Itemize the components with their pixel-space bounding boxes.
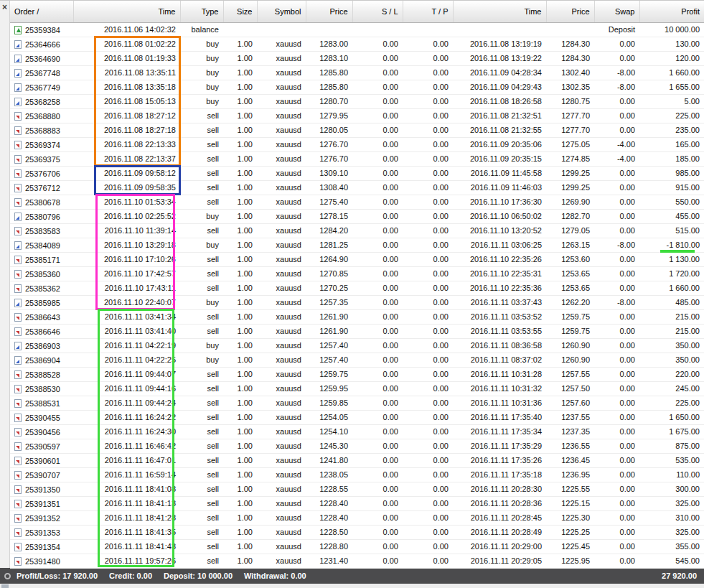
- cell-price: 1264.90: [306, 252, 352, 266]
- trade-row[interactable]: 253851712016.11.10 17:10:26sell1.00xauus…: [10, 252, 704, 266]
- column-header-time[interactable]: Time: [73, 1, 180, 22]
- column-header-price[interactable]: Price: [306, 1, 352, 22]
- cell-swap: 0.00: [594, 281, 639, 295]
- panel-main: × Order /TimeTypeSizeSymbolPriceS / LT /…: [0, 1, 704, 568]
- column-header-tp[interactable]: T / P: [403, 1, 453, 22]
- cell-time: 2016.11.11 04:22:19: [73, 338, 180, 353]
- trade-row[interactable]: 253869032016.11.11 04:22:19buy1.00xauusd…: [10, 338, 704, 353]
- trade-row[interactable]: 253767122016.11.09 09:58:35sell1.00xauus…: [10, 180, 704, 195]
- trade-row[interactable]: 253688802016.11.08 18:27:12sell1.00xauus…: [10, 108, 704, 123]
- trade-row[interactable]: 253853622016.11.10 17:43:11sell1.00xauus…: [10, 281, 704, 295]
- column-header-time2[interactable]: Time: [453, 1, 546, 22]
- cell-time2: 2016.11.11 03:06:25: [453, 238, 546, 252]
- cell-sl: 0.00: [352, 353, 403, 367]
- cell-time2: 2016.11.11 10:31:36: [453, 396, 546, 410]
- cell-price: [306, 22, 352, 37]
- cell-symbol: xauusd: [257, 424, 306, 439]
- trade-row[interactable]: 253905972016.11.11 16:46:42sell1.00xauus…: [10, 439, 704, 453]
- cell-sl: 0.00: [352, 367, 403, 381]
- trade-row[interactable]: 253913532016.11.11 18:41:35sell1.00xauus…: [10, 525, 704, 539]
- trade-row[interactable]: 253885312016.11.11 09:44:24sell1.00xauus…: [10, 396, 704, 410]
- cell-type: sell: [180, 137, 223, 151]
- close-panel-button[interactable]: ×: [2, 2, 7, 12]
- cell-order: 25388530: [10, 381, 73, 396]
- trade-row[interactable]: 253913502016.11.11 18:41:08sell1.00xauus…: [10, 482, 704, 496]
- trade-row[interactable]: 253904562016.11.11 16:24:30sell1.00xauus…: [10, 424, 704, 439]
- trade-row[interactable]: 253688832016.11.08 18:27:18sell1.00xauus…: [10, 123, 704, 137]
- trade-row[interactable]: 253913512016.11.11 18:41:13sell1.00xauus…: [10, 496, 704, 510]
- order-ticket-icon: [14, 141, 22, 149]
- trade-row[interactable]: 253693742016.11.08 22:13:33sell1.00xauus…: [10, 137, 704, 151]
- cell-profit: 215.00: [639, 324, 704, 338]
- order-number: 25367749: [25, 83, 60, 92]
- cell-time: 2016.11.10 11:39:14: [73, 223, 180, 238]
- cell-order: 25368880: [10, 108, 73, 123]
- cell-time: 2016.11.11 09:44:16: [73, 381, 180, 396]
- trade-row[interactable]: 253913542016.11.11 18:41:43sell1.00xauus…: [10, 539, 704, 554]
- trade-row[interactable]: 253906012016.11.11 16:47:01sell1.00xauus…: [10, 453, 704, 467]
- trade-row[interactable]: 253835832016.11.10 11:39:14sell1.00xauus…: [10, 223, 704, 238]
- trade-row[interactable]: 253904552016.11.11 16:24:22sell1.00xauus…: [10, 410, 704, 424]
- cell-order: 25369375: [10, 151, 73, 166]
- order-ticket-icon: [14, 55, 22, 63]
- trade-row[interactable]: 253885302016.11.11 09:44:16sell1.00xauus…: [10, 381, 704, 396]
- trade-row[interactable]: 253859852016.11.10 22:40:07buy1.00xauusd…: [10, 295, 704, 309]
- trade-row[interactable]: 253853602016.11.10 17:42:57sell1.00xauus…: [10, 266, 704, 281]
- cell-size: 1.00: [223, 94, 257, 108]
- trade-row[interactable]: 253840892016.11.10 13:29:18buy1.00xauusd…: [10, 238, 704, 252]
- trade-row[interactable]: 253806782016.11.10 01:53:34sell1.00xauus…: [10, 195, 704, 209]
- cell-type: sell: [180, 482, 223, 496]
- cell-tp: 0.00: [403, 453, 453, 467]
- order-number: 25385171: [25, 256, 60, 264]
- cell-profit: 215.00: [639, 309, 704, 324]
- order-number: 25390597: [25, 442, 60, 451]
- trade-row[interactable]: 253677492016.11.08 13:35:18buy1.00xauusd…: [10, 80, 704, 94]
- cell-type: buy: [180, 238, 223, 252]
- cell-size: 1.00: [223, 51, 257, 65]
- order-ticket-icon: [14, 126, 22, 135]
- trade-row[interactable]: 253885282016.11.11 09:44:07sell1.00xauus…: [10, 367, 704, 381]
- order-number: 25364666: [25, 40, 60, 49]
- trade-row[interactable]: 253914802016.11.11 19:57:26sell1.00xauus…: [10, 554, 704, 568]
- resize-grip-icon[interactable]: [1, 584, 9, 588]
- trade-row[interactable]: 253693752016.11.08 22:13:37sell1.00xauus…: [10, 151, 704, 166]
- column-header-order[interactable]: Order /: [10, 1, 73, 22]
- cell-time: 2016.11.11 16:59:14: [73, 467, 180, 482]
- column-header-sl[interactable]: S / L: [352, 1, 403, 22]
- cell-sl: 0.00: [352, 410, 403, 424]
- cell-price2: 1260.90: [546, 353, 594, 367]
- trade-row[interactable]: 253682582016.11.08 15:05:13buy1.00xauusd…: [10, 94, 704, 108]
- cell-time2: 2016.11.11 20:29:00: [453, 539, 546, 554]
- trade-row[interactable]: 253677482016.11.08 13:35:11buy1.00xauusd…: [10, 65, 704, 80]
- cell-tp: 0.00: [403, 123, 453, 137]
- cell-profit: 355.00: [639, 539, 704, 554]
- trade-row[interactable]: 253907072016.11.11 16:59:14sell1.00xauus…: [10, 467, 704, 482]
- cell-tp: 0.00: [403, 238, 453, 252]
- cell-time: 2016.11.09 09:58:35: [73, 180, 180, 195]
- cell-size: 1.00: [223, 37, 257, 51]
- trade-row[interactable]: 253866432016.11.11 03:41:34sell1.00xauus…: [10, 309, 704, 324]
- column-header-profit[interactable]: Profit: [639, 1, 704, 22]
- balance-row[interactable]: 253593842016.11.06 14:02:32balanceDeposi…: [10, 22, 704, 37]
- column-header-size[interactable]: Size: [223, 1, 257, 22]
- cell-type: sell: [180, 195, 223, 209]
- cell-tp: 0.00: [403, 410, 453, 424]
- trade-row[interactable]: 253646902016.11.08 01:19:33buy1.00xauusd…: [10, 51, 704, 65]
- trade-row[interactable]: 253913522016.11.11 18:41:28sell1.00xauus…: [10, 510, 704, 525]
- cell-time2: 2016.11.11 20:29:05: [453, 554, 546, 568]
- column-header-type[interactable]: Type: [180, 1, 223, 22]
- trade-row[interactable]: 253767062016.11.09 09:58:12sell1.00xauus…: [10, 166, 704, 180]
- column-header-swap[interactable]: Swap: [594, 1, 639, 22]
- column-header-symbol[interactable]: Symbol: [257, 1, 306, 22]
- column-header-price2[interactable]: Price: [546, 1, 594, 22]
- cell-price: 1270.85: [306, 266, 352, 281]
- trade-row[interactable]: 253807962016.11.10 02:25:52buy1.00xauusd…: [10, 209, 704, 223]
- cell-time2: 2016.11.09 11:45:58: [453, 166, 546, 180]
- trade-row[interactable]: 253646662016.11.08 01:02:22buy1.00xauusd…: [10, 37, 704, 51]
- trade-row[interactable]: 253866462016.11.11 03:41:40sell1.00xauus…: [10, 324, 704, 338]
- cell-price: 1257.40: [306, 338, 352, 353]
- cell-swap: 0.00: [594, 123, 639, 137]
- trade-row[interactable]: 253869042016.11.11 04:22:25buy1.00xauusd…: [10, 353, 704, 367]
- cell-symbol: xauusd: [257, 309, 306, 324]
- cell-symbol: [257, 22, 306, 37]
